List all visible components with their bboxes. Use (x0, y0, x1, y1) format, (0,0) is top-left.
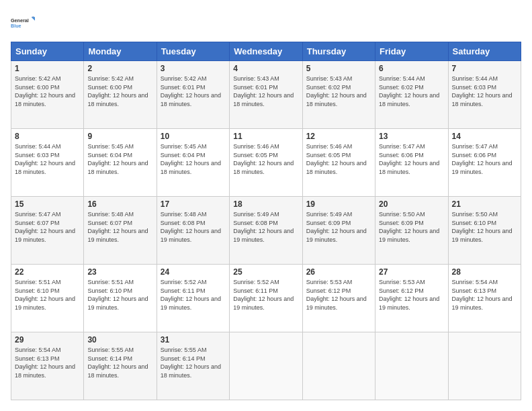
calendar: SundayMondayTuesdayWednesdayThursdayFrid… (11, 42, 521, 400)
day-number: 5 (306, 64, 371, 73)
page: General Blue SundayMondayTuesdayWednesda… (0, 0, 532, 411)
day-info: Sunrise: 5:49 AM Sunset: 6:09 PM Dayligh… (306, 210, 371, 244)
calendar-day-cell: 31Sunrise: 5:55 AM Sunset: 6:14 PM Dayli… (157, 332, 229, 400)
day-info: Sunrise: 5:49 AM Sunset: 6:08 PM Dayligh… (233, 210, 298, 244)
calendar-day-cell: 18Sunrise: 5:49 AM Sunset: 6:08 PM Dayli… (230, 197, 302, 265)
day-number: 27 (379, 267, 444, 277)
svg-text:General: General (11, 17, 29, 24)
day-info: Sunrise: 5:55 AM Sunset: 6:14 PM Dayligh… (87, 346, 152, 379)
day-number: 14 (452, 132, 517, 141)
day-number: 8 (15, 132, 80, 141)
svg-marker-3 (32, 17, 35, 17)
day-info: Sunrise: 5:48 AM Sunset: 6:07 PM Dayligh… (87, 210, 152, 244)
day-info: Sunrise: 5:53 AM Sunset: 6:12 PM Dayligh… (306, 278, 371, 312)
day-number: 20 (379, 199, 444, 209)
calendar-day-cell: 17Sunrise: 5:48 AM Sunset: 6:08 PM Dayli… (157, 197, 229, 265)
calendar-day-cell (302, 332, 375, 400)
weekday-header: Friday (375, 42, 448, 61)
weekday-header: Sunday (11, 42, 84, 61)
day-info: Sunrise: 5:51 AM Sunset: 6:10 PM Dayligh… (15, 278, 80, 312)
day-number: 4 (233, 64, 298, 73)
calendar-day-cell: 10Sunrise: 5:45 AM Sunset: 6:04 PM Dayli… (157, 129, 229, 197)
day-number: 31 (161, 335, 226, 345)
calendar-day-cell: 25Sunrise: 5:52 AM Sunset: 6:11 PM Dayli… (230, 265, 302, 332)
calendar-day-cell: 14Sunrise: 5:47 AM Sunset: 6:06 PM Dayli… (448, 129, 521, 197)
calendar-day-cell: 6Sunrise: 5:44 AM Sunset: 6:02 PM Daylig… (375, 61, 448, 129)
calendar-week-row: 1Sunrise: 5:42 AM Sunset: 6:00 PM Daylig… (11, 61, 521, 129)
day-number: 16 (87, 199, 152, 209)
weekday-header: Tuesday (157, 42, 229, 61)
day-number: 28 (452, 267, 517, 277)
calendar-day-cell: 12Sunrise: 5:46 AM Sunset: 6:05 PM Dayli… (302, 129, 375, 197)
calendar-day-cell: 29Sunrise: 5:54 AM Sunset: 6:13 PM Dayli… (11, 332, 84, 400)
logo: General Blue (11, 11, 35, 35)
weekday-header: Monday (84, 42, 157, 61)
day-number: 1 (15, 64, 80, 73)
calendar-header-row: SundayMondayTuesdayWednesdayThursdayFrid… (11, 42, 521, 61)
day-info: Sunrise: 5:55 AM Sunset: 6:14 PM Dayligh… (161, 346, 226, 379)
calendar-week-row: 22Sunrise: 5:51 AM Sunset: 6:10 PM Dayli… (11, 265, 521, 332)
calendar-day-cell: 4Sunrise: 5:43 AM Sunset: 6:01 PM Daylig… (230, 61, 302, 129)
day-number: 7 (452, 64, 517, 73)
calendar-day-cell: 3Sunrise: 5:42 AM Sunset: 6:01 PM Daylig… (157, 61, 229, 129)
calendar-day-cell (375, 332, 448, 400)
calendar-day-cell: 2Sunrise: 5:42 AM Sunset: 6:00 PM Daylig… (84, 61, 157, 129)
svg-marker-2 (32, 17, 35, 20)
logo-icon: General Blue (11, 11, 35, 35)
day-number: 29 (15, 335, 80, 345)
calendar-day-cell: 24Sunrise: 5:52 AM Sunset: 6:11 PM Dayli… (157, 265, 229, 332)
day-number: 3 (161, 64, 226, 73)
calendar-day-cell: 9Sunrise: 5:45 AM Sunset: 6:04 PM Daylig… (84, 129, 157, 197)
day-info: Sunrise: 5:53 AM Sunset: 6:12 PM Dayligh… (379, 278, 444, 312)
calendar-day-cell: 1Sunrise: 5:42 AM Sunset: 6:00 PM Daylig… (11, 61, 84, 129)
day-number: 18 (233, 199, 298, 209)
day-info: Sunrise: 5:44 AM Sunset: 6:02 PM Dayligh… (379, 75, 444, 108)
day-number: 24 (161, 267, 226, 277)
day-number: 26 (306, 267, 371, 277)
calendar-day-cell: 30Sunrise: 5:55 AM Sunset: 6:14 PM Dayli… (84, 332, 157, 400)
day-info: Sunrise: 5:45 AM Sunset: 6:04 PM Dayligh… (87, 142, 152, 176)
day-info: Sunrise: 5:52 AM Sunset: 6:11 PM Dayligh… (233, 278, 298, 312)
calendar-week-row: 29Sunrise: 5:54 AM Sunset: 6:13 PM Dayli… (11, 332, 521, 400)
day-info: Sunrise: 5:45 AM Sunset: 6:04 PM Dayligh… (161, 142, 226, 176)
calendar-day-cell: 11Sunrise: 5:46 AM Sunset: 6:05 PM Dayli… (230, 129, 302, 197)
calendar-day-cell: 28Sunrise: 5:54 AM Sunset: 6:13 PM Dayli… (448, 265, 521, 332)
calendar-day-cell: 8Sunrise: 5:44 AM Sunset: 6:03 PM Daylig… (11, 129, 84, 197)
calendar-day-cell: 21Sunrise: 5:50 AM Sunset: 6:10 PM Dayli… (448, 197, 521, 265)
header: General Blue (11, 11, 521, 35)
svg-text:Blue: Blue (11, 23, 21, 29)
day-info: Sunrise: 5:43 AM Sunset: 6:02 PM Dayligh… (306, 75, 371, 108)
day-info: Sunrise: 5:42 AM Sunset: 6:00 PM Dayligh… (87, 75, 152, 108)
calendar-week-row: 8Sunrise: 5:44 AM Sunset: 6:03 PM Daylig… (11, 129, 521, 197)
calendar-day-cell: 19Sunrise: 5:49 AM Sunset: 6:09 PM Dayli… (302, 197, 375, 265)
weekday-header: Saturday (448, 42, 521, 61)
day-info: Sunrise: 5:50 AM Sunset: 6:10 PM Dayligh… (452, 210, 517, 244)
day-number: 23 (87, 267, 152, 277)
day-number: 21 (452, 199, 517, 209)
day-info: Sunrise: 5:50 AM Sunset: 6:09 PM Dayligh… (379, 210, 444, 244)
day-number: 22 (15, 267, 80, 277)
calendar-day-cell: 23Sunrise: 5:51 AM Sunset: 6:10 PM Dayli… (84, 265, 157, 332)
day-info: Sunrise: 5:43 AM Sunset: 6:01 PM Dayligh… (233, 75, 298, 108)
calendar-day-cell: 5Sunrise: 5:43 AM Sunset: 6:02 PM Daylig… (302, 61, 375, 129)
calendar-day-cell: 16Sunrise: 5:48 AM Sunset: 6:07 PM Dayli… (84, 197, 157, 265)
day-number: 19 (306, 199, 371, 209)
day-number: 12 (306, 132, 371, 141)
day-number: 10 (161, 132, 226, 141)
day-info: Sunrise: 5:51 AM Sunset: 6:10 PM Dayligh… (87, 278, 152, 312)
calendar-day-cell: 20Sunrise: 5:50 AM Sunset: 6:09 PM Dayli… (375, 197, 448, 265)
calendar-day-cell: 7Sunrise: 5:44 AM Sunset: 6:03 PM Daylig… (448, 61, 521, 129)
day-number: 6 (379, 64, 444, 73)
day-number: 30 (87, 335, 152, 345)
day-info: Sunrise: 5:44 AM Sunset: 6:03 PM Dayligh… (452, 75, 517, 108)
day-info: Sunrise: 5:52 AM Sunset: 6:11 PM Dayligh… (161, 278, 226, 312)
day-number: 17 (161, 199, 226, 209)
day-info: Sunrise: 5:46 AM Sunset: 6:05 PM Dayligh… (233, 142, 298, 176)
calendar-day-cell: 13Sunrise: 5:47 AM Sunset: 6:06 PM Dayli… (375, 129, 448, 197)
day-info: Sunrise: 5:47 AM Sunset: 6:06 PM Dayligh… (379, 142, 444, 176)
day-number: 25 (233, 267, 298, 277)
day-number: 15 (15, 199, 80, 209)
day-info: Sunrise: 5:42 AM Sunset: 6:00 PM Dayligh… (15, 75, 80, 108)
weekday-header: Wednesday (230, 42, 302, 61)
day-info: Sunrise: 5:54 AM Sunset: 6:13 PM Dayligh… (452, 278, 517, 312)
